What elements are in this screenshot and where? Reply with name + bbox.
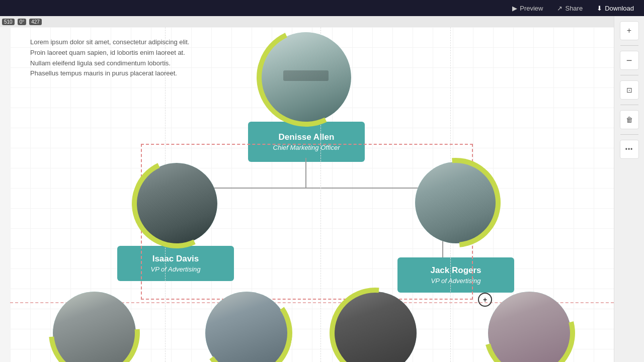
delete-button[interactable]: 🗑 [620, 110, 639, 129]
coord-y-badge: 427 [29, 19, 42, 25]
sidebar-divider-3 [620, 105, 638, 105]
sidebar-divider-2 [620, 75, 638, 75]
download-button[interactable]: ⬇ Download [591, 3, 640, 14]
trash-icon: 🗑 [626, 116, 633, 124]
preview-button[interactable]: ▶ Preview [506, 3, 549, 14]
coord-x-badge: 510 [2, 19, 15, 25]
play-icon: ▶ [512, 5, 517, 12]
zoom-out-button[interactable]: − [620, 51, 639, 70]
more-options-button[interactable]: ••• [620, 140, 639, 159]
jack-circle-accent [393, 140, 519, 266]
more-icon: ••• [625, 146, 633, 153]
fit-button[interactable]: ⊡ [620, 80, 639, 100]
sidebar-divider-4 [620, 134, 638, 135]
share-button[interactable]: ↗ Share [551, 3, 589, 14]
denisse-card[interactable]: Denisse Allen Chief Marketing Officer [248, 122, 365, 162]
bottom-person-1-accent [30, 269, 158, 362]
canvas-area[interactable]: Lorem ipsum dolor sit amet, consectetur … [10, 27, 614, 362]
right-sidebar: + − ⊡ 🗑 ••• [614, 16, 644, 362]
share-icon: ↗ [557, 5, 562, 12]
fit-icon: ⊡ [626, 86, 632, 94]
jack-card[interactable]: Jack Rogers VP of Advertising [397, 257, 514, 293]
isaac-circle-accent [119, 146, 234, 261]
top-info-bar: 510 0° 427 [0, 16, 614, 27]
bottom-person-2-accent [194, 281, 300, 362]
rotation-badge: 0° [18, 19, 27, 25]
download-icon: ⬇ [597, 5, 602, 12]
text-block: Lorem ipsum dolor sit amet, consectetur … [30, 37, 201, 79]
toolbar: ▶ Preview ↗ Share ⬇ Download [0, 0, 644, 16]
sidebar-divider-1 [620, 45, 638, 46]
cursor-crosshair: + [478, 293, 492, 307]
zoom-in-button[interactable]: + [620, 21, 639, 40]
isaac-card[interactable]: Isaac Davis VP of Advertising [117, 246, 234, 281]
